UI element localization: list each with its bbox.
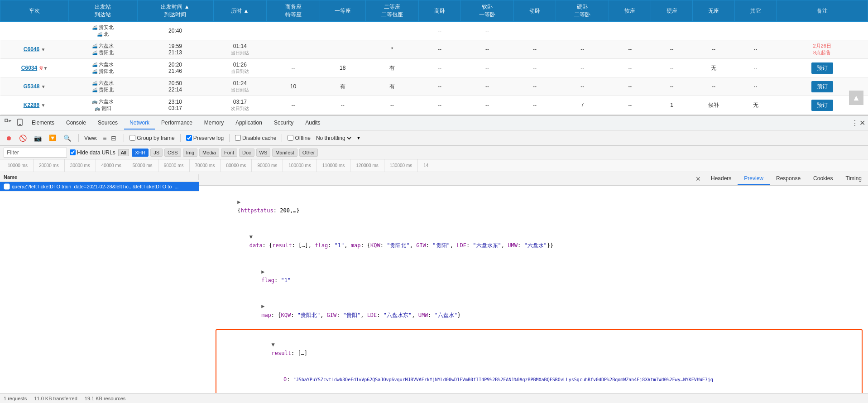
devtools-more-button[interactable]: ⋮ [851, 119, 858, 127]
col-header-duration: 历时 ▲ [213, 0, 267, 22]
filter-tag-font[interactable]: Font [221, 149, 237, 157]
filter-tag-css[interactable]: CSS [164, 149, 181, 157]
devtools-tabs-bar: Elements Console Sources Network Perform… [0, 116, 868, 130]
disable-cache-checkbox[interactable] [235, 135, 241, 141]
preserve-log-checkbox[interactable] [186, 135, 192, 141]
request-list: Name queryZ?leftTicketDTO.train_date=202… [0, 172, 199, 403]
detail-tab-response[interactable]: Response [770, 173, 807, 185]
request-item[interactable]: queryZ?leftTicketDTO.train_date=2021-02-… [0, 182, 199, 192]
filter-tag-media[interactable]: Media [199, 149, 219, 157]
devtools-tab-audits[interactable]: Audits [300, 117, 326, 130]
svg-rect-0 [5, 119, 8, 122]
detail-tabs-bar: ✕ Headers Preview Response Cookies Timin… [199, 172, 868, 186]
detail-content: ▶ {httpstatus: 200,…} ▼ data: {result: [… [199, 186, 868, 403]
col-header-remark: 备注 [777, 0, 868, 22]
throttle-arrow[interactable]: ▼ [356, 135, 361, 140]
hide-data-urls-label[interactable]: Hide data URLs [70, 149, 115, 156]
detail-tab-preview[interactable]: Preview [738, 173, 770, 185]
svg-rect-5 [4, 184, 10, 189]
name-column-header: Name [0, 174, 199, 180]
col-header-yideng: 一等座 [320, 0, 365, 22]
tick-120000: 120000 ms [350, 159, 384, 172]
devtools-tab-performance[interactable]: Performance [156, 117, 198, 130]
list-view-button[interactable]: ≡ [101, 134, 108, 143]
filter-tag-manifest[interactable]: Manifest [272, 149, 297, 157]
filter-tag-js[interactable]: JS [150, 149, 163, 157]
result-highlighted-section: ▼ result: […] 0: "J5baYPuYSZcvtLdwb3OeFd… [216, 329, 863, 403]
devtools-tab-application[interactable]: Application [230, 117, 268, 130]
status-bar: 1 requests 11.0 KB transferred 19.1 KB r… [0, 393, 868, 403]
group-by-frame-checkbox[interactable] [129, 135, 135, 141]
xhr-icon [4, 183, 10, 190]
devtools-close-button[interactable]: ✕ [859, 119, 865, 127]
json-data-children: ▶ flag: "1" ▶ map: {KQW: "贵阳北", GIW: "贵阳… [210, 259, 863, 403]
all-filter-button[interactable]: All [118, 149, 129, 156]
book-btn-c6034[interactable]: 预订 [811, 62, 833, 74]
col-header-station: 出发站到达站 [69, 0, 137, 22]
tick-70000: 70000 ms [189, 159, 221, 172]
tick-60000: 60000 ms [158, 159, 189, 172]
filter-tag-img[interactable]: Img [183, 149, 197, 157]
request-filename: queryZ?leftTicketDTO.train_date=2021-02-… [12, 184, 179, 189]
filter-tag-doc[interactable]: Doc [239, 149, 254, 157]
camera-button[interactable]: 📷 [32, 134, 43, 143]
tick-130000: 130000 ms [384, 159, 417, 172]
tick-40000: 40000 ms [96, 159, 127, 172]
col-header-ruanwo: 软卧一等卧 [460, 0, 514, 22]
book-btn-k2286[interactable]: 预订 [811, 100, 833, 111]
col-header-erdeng: 二等座二等包座 [365, 0, 419, 22]
devtools-tab-sources[interactable]: Sources [92, 117, 123, 130]
transferred-size: 11.0 KB transferred [34, 396, 77, 401]
record-button[interactable]: ⏺ [4, 134, 14, 143]
toolbar-sep-4 [229, 134, 230, 142]
filter-tag-ws[interactable]: WS [256, 149, 271, 157]
col-header-dongwo: 动卧 [514, 0, 556, 22]
tick-50000: 50000 ms [127, 159, 158, 172]
clear-button[interactable]: 🚫 [17, 134, 29, 143]
toolbar-sep-1 [78, 134, 79, 142]
offline-label[interactable]: Offline [288, 135, 310, 141]
result-item-0: 0: "J5baYPuYSZcvtLdwb3OeFd1vVp62QSaJOvp6… [225, 367, 859, 393]
filter-toggle-button[interactable]: 🔽 [47, 134, 58, 142]
toolbar-sep-5 [282, 134, 282, 142]
timeline-bar: 10000 ms 20000 ms 30000 ms 40000 ms 5000… [0, 159, 868, 172]
toolbar-sep-2 [124, 134, 124, 142]
search-network-button[interactable]: 🔍 [62, 134, 73, 143]
col-header-qita: 其它 [734, 0, 776, 22]
disable-cache-label[interactable]: Disable cache [235, 135, 276, 141]
filter-tags: XHR JS CSS Img Media Font Doc WS Manifes… [132, 149, 318, 157]
devtools-tab-elements[interactable]: Elements [26, 117, 60, 130]
detail-tab-timing[interactable]: Timing [839, 173, 868, 185]
hide-data-urls-checkbox[interactable] [70, 149, 76, 155]
tick-end: 14 [417, 159, 434, 172]
devtools-tab-security[interactable]: Security [269, 117, 299, 130]
resources-size: 19.1 KB resources [85, 396, 126, 401]
devtools-tab-console[interactable]: Console [61, 117, 91, 130]
inspect-element-button[interactable] [3, 118, 14, 128]
col-header-train: 车次 [0, 0, 69, 22]
filter-input[interactable] [4, 148, 67, 158]
devtools-tab-memory[interactable]: Memory [199, 117, 229, 130]
tick-90000: 90000 ms [251, 159, 283, 172]
preserve-log-label[interactable]: Preserve log [186, 135, 224, 141]
large-rows-button[interactable]: ⊟ [109, 134, 118, 143]
filter-tag-other[interactable]: Other [299, 149, 318, 157]
book-btn-g5348[interactable]: 预订 [811, 81, 833, 92]
train-table-area: 车次 出发站到达站 出发时间 ▲到达时间 历时 ▲ 商务座特等座 一等座 二等座… [0, 0, 868, 116]
detail-tab-cookies[interactable]: Cookies [807, 173, 839, 185]
offline-checkbox[interactable] [288, 135, 293, 141]
throttle-select[interactable]: No throttling [314, 134, 353, 142]
detail-tab-headers[interactable]: Headers [705, 173, 738, 185]
filter-tag-xhr[interactable]: XHR [132, 149, 149, 157]
table-row: K2286 ▼ 🚌 六盘水🚌 贵阳 23:1003:17 03:17次日到达 -… [0, 96, 868, 115]
detail-close-button[interactable]: ✕ [695, 175, 701, 182]
tick-110000: 110000 ms [317, 159, 350, 172]
group-by-frame-label[interactable]: Group by frame [129, 135, 174, 141]
scroll-top-button[interactable]: ▲ [849, 91, 863, 105]
json-httpstatus: ▶ {httpstatus: 200,…} [205, 189, 863, 224]
network-toolbar: ⏺ 🚫 📷 🔽 🔍 View: ≡ ⊟ Group by frame Prese… [0, 130, 868, 146]
devtools-tab-network[interactable]: Network [124, 117, 155, 130]
device-toolbar-button[interactable] [14, 118, 25, 128]
filter-bar: Hide data URLs All XHR JS CSS Img Media … [0, 146, 868, 159]
requests-count: 1 requests [4, 396, 27, 401]
